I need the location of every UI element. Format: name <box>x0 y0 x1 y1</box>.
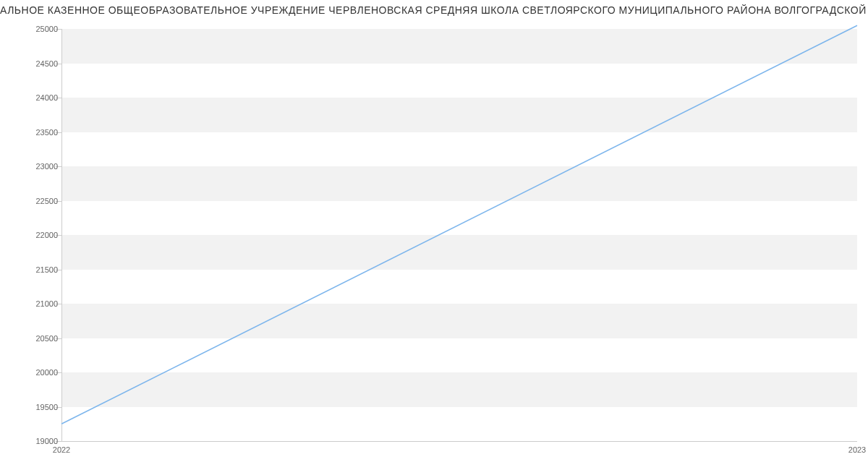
y-tick-label: 20000 <box>22 368 58 377</box>
y-tick-label: 21500 <box>22 265 58 274</box>
y-tick-label: 19500 <box>22 403 58 411</box>
plot-area <box>61 29 857 442</box>
y-tick-label: 19000 <box>22 437 58 445</box>
y-tick-label: 22000 <box>22 231 58 239</box>
y-tick-label: 23000 <box>22 162 58 171</box>
y-tick-label: 24000 <box>22 93 58 102</box>
y-tick-label: 22500 <box>22 197 58 205</box>
chart-title: АЛЬНОЕ КАЗЕННОЕ ОБЩЕОБРАЗОВАТЕЛЬНОЕ УЧРЕ… <box>0 4 868 16</box>
x-tick-label: 2023 <box>848 445 866 454</box>
series-line <box>61 25 857 424</box>
x-tick-label: 2022 <box>53 445 70 454</box>
y-tick-label: 23500 <box>22 128 58 137</box>
y-tick-label: 20500 <box>22 334 58 343</box>
line-layer <box>61 29 857 441</box>
chart-container: АЛЬНОЕ КАЗЕННОЕ ОБЩЕОБРАЗОВАТЕЛЬНОЕ УЧРЕ… <box>0 0 868 470</box>
y-tick-label: 24500 <box>22 59 58 68</box>
y-tick-label: 21000 <box>22 299 58 308</box>
y-tick-label: 25000 <box>22 25 58 33</box>
